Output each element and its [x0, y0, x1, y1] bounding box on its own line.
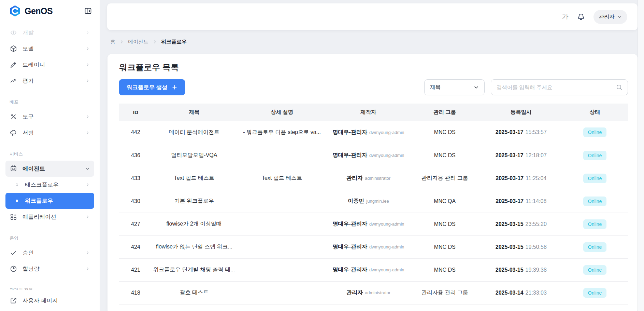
table-row[interactable]: 관리자administrator관리자용 관리 그룹2025-03-14Onli…: [119, 304, 628, 311]
cell-creator: 명대우-관리자dwmyoung-admin: [328, 235, 409, 258]
creator-name: 명대우-관리자: [333, 267, 367, 272]
breadcrumb-current: 워크플로우: [161, 39, 187, 45]
status-badge: Online: [583, 151, 606, 160]
sidebar-item-tools[interactable]: 도구: [5, 109, 94, 125]
app-title: GenOS: [25, 6, 84, 16]
sidebar-item-model[interactable]: 모델: [5, 41, 94, 57]
col-description: 상세 설명: [236, 104, 328, 121]
sidebar-item-label: 개발: [23, 29, 80, 37]
search-input[interactable]: [497, 84, 616, 91]
nav-section-label: 관리자 전용: [10, 287, 90, 290]
breadcrumb-agent[interactable]: 에이전트: [128, 39, 148, 45]
cell-id: 418: [119, 281, 152, 304]
cell-description: [236, 235, 328, 258]
sidebar-item-trainer[interactable]: 트레이너: [5, 57, 94, 73]
table-row[interactable]: 427flowise가 2개 이상일때명대우-관리자dwmyoung-admin…: [119, 213, 628, 235]
registered-date: 2025-03-14: [496, 290, 524, 296]
cell-title: 데이터 분석에이전트: [152, 121, 236, 144]
user-menu-button[interactable]: 관리자: [593, 10, 628, 24]
col-status: 상태: [562, 104, 628, 121]
notifications-bell-icon[interactable]: [577, 13, 585, 21]
cell-creator: 관리자administrator: [328, 167, 409, 190]
table-row[interactable]: 442데이터 분석에이전트- 워크플로우 다음 step으로 va...명대우-…: [119, 121, 628, 144]
cell-id: 442: [119, 121, 152, 144]
sidebar-item-quota[interactable]: 할당량: [5, 261, 94, 277]
cell-registered-at: 2025-03-1712:18:07: [481, 144, 562, 167]
creator-name: 명대우-관리자: [333, 244, 367, 249]
sidebar-item-approval[interactable]: 승인: [5, 245, 94, 261]
cell-group: MNC DS: [409, 213, 481, 235]
registered-date: 2025-03-17: [496, 198, 524, 204]
search-field-selected: 제목: [430, 84, 441, 91]
registered-date: 2025-03-15: [496, 267, 524, 273]
cell-registered-at: 2025-03-1711:14:08: [481, 190, 562, 213]
collapse-sidebar-icon[interactable]: [84, 7, 92, 15]
cell-status: Online: [562, 121, 628, 144]
sidebar-item-label: 승인: [23, 249, 80, 257]
chevron-right-icon: [85, 182, 90, 187]
col-group: 관리 그룹: [409, 104, 481, 121]
font-size-button[interactable]: 가: [562, 12, 569, 21]
status-badge: Online: [583, 242, 606, 252]
cell-creator: 관리자administrator: [328, 304, 409, 311]
table-row[interactable]: 433Text 필드 테스트Text 필드 테스트관리자administrato…: [119, 167, 628, 190]
table-row[interactable]: 421워크플로우 단계별 채팅 출력 테...명대우-관리자dwmyoung-a…: [119, 258, 628, 281]
nav-section-label: 배포: [10, 99, 90, 105]
search-icon[interactable]: [616, 84, 623, 91]
cell-creator: 명대우-관리자dwmyoung-admin: [328, 213, 409, 235]
logo-row: GenOS: [0, 0, 100, 22]
sidebar-item-label: 도구: [23, 113, 80, 121]
registered-date: 2025-03-17: [496, 129, 524, 135]
breadcrumb-home[interactable]: 홈: [110, 39, 115, 45]
sidebar-item-eval[interactable]: 평가: [5, 73, 94, 89]
table-row[interactable]: 424flowise가 없는 단일 스텝 워크...명대우-관리자dwmyoun…: [119, 235, 628, 258]
cube-icon: [10, 45, 17, 53]
table-row[interactable]: 430기본 워크플로우이중민jungmin.leeMNC QA2025-03-1…: [119, 190, 628, 213]
chevron-right-icon: [85, 114, 90, 119]
registered-date: 2025-03-15: [496, 244, 524, 250]
cell-creator: 명대우-관리자dwmyoung-admin: [328, 121, 409, 144]
creator-username: dwmyoung-admin: [369, 221, 404, 227]
registered-time: 11:25:04: [526, 175, 546, 181]
sidebar-item-serving[interactable]: 서빙: [5, 125, 94, 141]
chevron-right-icon: [119, 40, 124, 44]
table-row[interactable]: 436멀티모달모델-VQA명대우-관리자dwmyoung-adminMNC DS…: [119, 144, 628, 167]
create-workflow-button[interactable]: 워크플로우 생성: [119, 79, 185, 95]
sidebar-item-taskflow[interactable]: 태스크플로우: [5, 177, 94, 193]
cell-group: MNC DS: [409, 121, 481, 144]
genos-logo-icon: [9, 5, 21, 17]
chevron-right-icon: [85, 78, 90, 83]
check-icon: [10, 249, 17, 257]
sidebar-item-workflow[interactable]: 워크플로우: [5, 193, 94, 209]
chevron-down-icon: [474, 85, 479, 90]
table-header-row: ID 제목 상세 설명 제작자 관리 그룹 등록일시 상태: [119, 104, 628, 121]
chart-icon: [10, 77, 17, 85]
cell-group: MNC QA: [409, 190, 481, 213]
cell-title: 멀티모달모델-VQA: [152, 144, 236, 167]
search-field-select[interactable]: 제목: [424, 79, 485, 95]
page-scrollbar[interactable]: [638, 0, 644, 311]
cell-status: Online: [562, 304, 628, 311]
cell-title: flowise가 2개 이상일때: [152, 213, 236, 235]
sidebar-item-agent[interactable]: 에이전트: [5, 161, 94, 177]
cloud-icon: [10, 129, 17, 137]
cell-id: 421: [119, 258, 152, 281]
chevron-right-icon: [85, 214, 90, 219]
cell-description: [236, 190, 328, 213]
status-badge: Online: [583, 174, 606, 183]
registered-time: 21:33:03: [526, 290, 547, 296]
cell-description: [236, 258, 328, 281]
creator-name: 명대우-관리자: [333, 152, 367, 158]
cell-creator: 명대우-관리자dwmyoung-admin: [328, 144, 409, 167]
plus-icon: [172, 84, 177, 90]
bullet-icon: [16, 200, 18, 202]
creator-username: dwmyoung-admin: [369, 130, 404, 135]
agent-icon: [10, 165, 17, 173]
table-row[interactable]: 418괄호 테스트관리자administrator관리자용 관리 그룹2025-…: [119, 281, 628, 304]
status-badge: Online: [583, 127, 606, 137]
sidebar-item-application[interactable]: 애플리케이션: [5, 209, 94, 225]
cell-title: Text 필드 테스트: [152, 167, 236, 190]
cell-group: MNC DS: [409, 235, 481, 258]
chevron-down-icon: [617, 15, 622, 19]
sidebar-item-user-page[interactable]: 사용자 페이지: [0, 290, 100, 311]
